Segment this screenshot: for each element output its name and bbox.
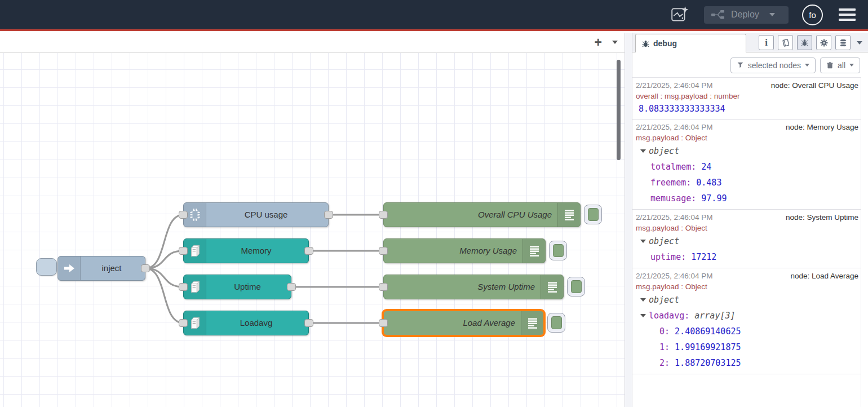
tab-debug[interactable]: debug — [635, 34, 746, 52]
debug-message[interactable]: 2/21/2025, 2:46:04 PM node: Memory Usage… — [632, 120, 861, 210]
tree-key: uptime — [650, 249, 691, 265]
node-label: Memory — [207, 239, 305, 263]
flow-canvas[interactable]: inject CPU usage — [0, 53, 625, 407]
message-timestamp: 2/21/2025, 2:46:04 PM — [636, 122, 713, 132]
bug-icon — [800, 38, 809, 47]
header-bar: Deploy fo — [0, 0, 868, 31]
output-port[interactable] — [304, 247, 313, 255]
tree-key: loadavg — [649, 308, 694, 324]
canvas-vscrollbar[interactable] — [617, 60, 621, 160]
node-label: Uptime — [207, 275, 287, 299]
output-port[interactable] — [324, 211, 333, 219]
input-port[interactable] — [379, 319, 388, 327]
collapse-caret-icon[interactable] — [640, 149, 646, 153]
tree-key: totalmem — [650, 159, 701, 175]
info-icon: i — [765, 37, 768, 48]
sidebar: debug i — [632, 33, 868, 407]
info-sidebar-button[interactable]: i — [759, 35, 774, 50]
user-avatar[interactable]: fo — [802, 5, 823, 25]
debug-enable-toggle[interactable] — [567, 277, 585, 297]
tree-value: 17212 — [691, 249, 716, 265]
book-icon — [781, 38, 790, 47]
help-sidebar-button[interactable] — [778, 35, 793, 50]
tab-debug-label: debug — [653, 39, 677, 48]
tree-object-label[interactable]: object — [649, 143, 679, 159]
debug-output-icon — [522, 239, 545, 263]
output-port[interactable] — [141, 264, 150, 272]
node-debug-overall-cpu-usage[interactable]: Overall CPU Usage — [383, 202, 581, 227]
flow-assistant-icon[interactable] — [669, 4, 690, 25]
user-initials: fo — [809, 10, 816, 20]
collapse-caret-icon[interactable] — [640, 298, 646, 302]
debug-message[interactable]: 2/21/2025, 2:46:04 PM node: System Uptim… — [632, 210, 861, 268]
wire[interactable] — [145, 251, 183, 268]
deploy-dropdown-icon[interactable] — [769, 13, 775, 16]
output-port[interactable] — [304, 319, 313, 327]
message-source-node[interactable]: node: Overall CPU Usage — [771, 80, 858, 91]
tree-object-label[interactable]: object — [649, 233, 679, 249]
tree-key: memusage — [650, 191, 701, 206]
message-source-node[interactable]: node: Memory Usage — [786, 122, 858, 132]
main-menu-button[interactable] — [836, 6, 858, 23]
message-property-path: msg.payload : Object — [636, 281, 858, 292]
wire[interactable] — [145, 268, 183, 287]
debug-output-icon — [521, 311, 543, 335]
node-cpu-usage[interactable]: CPU usage — [183, 202, 329, 227]
debug-output-icon — [541, 275, 563, 299]
debug-toolbar: selected nodes all — [632, 53, 868, 77]
debug-enable-toggle[interactable] — [549, 241, 567, 260]
node-inject[interactable]: inject — [57, 256, 145, 281]
debug-message[interactable]: 2/21/2025, 2:46:04 PM node: Load Average… — [632, 268, 861, 374]
message-value[interactable]: 8.083333333333334 — [636, 101, 858, 116]
tree-value: 1.88720703125 — [675, 355, 741, 371]
debug-enable-toggle[interactable] — [584, 205, 602, 224]
node-uptime[interactable]: Uptime — [183, 275, 291, 299]
tree-array-type[interactable]: array[3] — [694, 308, 735, 324]
config-nodes-sidebar-button[interactable] — [816, 35, 831, 50]
debug-enable-toggle[interactable] — [547, 313, 565, 333]
debug-clear-button[interactable]: all — [820, 57, 860, 73]
input-port[interactable] — [379, 211, 388, 219]
node-memory[interactable]: Memory — [183, 238, 309, 263]
node-red-app: Deploy fo + — [0, 0, 868, 407]
collapse-caret-icon[interactable] — [640, 240, 646, 243]
input-port[interactable] — [379, 283, 388, 291]
debug-sidebar-button[interactable] — [797, 35, 812, 50]
node-label: Overall CPU Usage — [388, 203, 552, 227]
node-debug-system-uptime[interactable]: System Uptime — [383, 275, 564, 299]
input-port[interactable] — [179, 283, 188, 291]
sidebar-splitter[interactable] — [625, 33, 632, 407]
output-port[interactable] — [287, 283, 296, 291]
tree-key: freemem — [650, 175, 696, 191]
sidebar-tabs-dropdown-icon[interactable] — [857, 41, 862, 45]
flow-tabstrip: + — [0, 33, 625, 52]
deploy-button[interactable]: Deploy — [704, 6, 789, 24]
debug-message-list[interactable]: 2/21/2025, 2:46:04 PM node: Overall CPU … — [632, 77, 861, 407]
tree-key: 0 — [659, 324, 675, 339]
node-label: Loadavg — [207, 311, 305, 335]
add-flow-button[interactable]: + — [595, 34, 602, 50]
trash-icon — [826, 61, 834, 69]
funnel-icon — [737, 61, 744, 69]
flow-list-dropdown-icon[interactable] — [612, 41, 618, 44]
input-port[interactable] — [179, 247, 188, 255]
message-source-node[interactable]: node: System Uptime — [786, 212, 858, 223]
debug-output-icon — [557, 203, 580, 227]
tree-value: 97.99 — [701, 191, 727, 206]
collapse-caret-icon[interactable] — [640, 314, 646, 317]
input-port[interactable] — [379, 247, 388, 255]
gear-icon — [820, 38, 829, 47]
inject-trigger-button[interactable] — [36, 258, 57, 276]
debug-message[interactable]: 2/21/2025, 2:46:04 PM node: Overall CPU … — [632, 78, 861, 120]
debug-filter-button[interactable]: selected nodes — [730, 57, 816, 73]
node-debug-memory-usage[interactable]: Memory Usage — [383, 238, 546, 263]
context-data-sidebar-button[interactable] — [835, 35, 851, 50]
input-port[interactable] — [179, 211, 188, 219]
node-loadavg[interactable]: Loadavg — [183, 311, 309, 335]
message-source-node[interactable]: node: Load Average — [790, 271, 858, 281]
tree-object-label[interactable]: object — [649, 292, 679, 308]
debug-clear-label: all — [838, 61, 845, 70]
node-label: System Uptime — [388, 275, 535, 299]
input-port[interactable] — [179, 319, 188, 327]
node-debug-load-average[interactable]: Load Average — [383, 311, 544, 335]
